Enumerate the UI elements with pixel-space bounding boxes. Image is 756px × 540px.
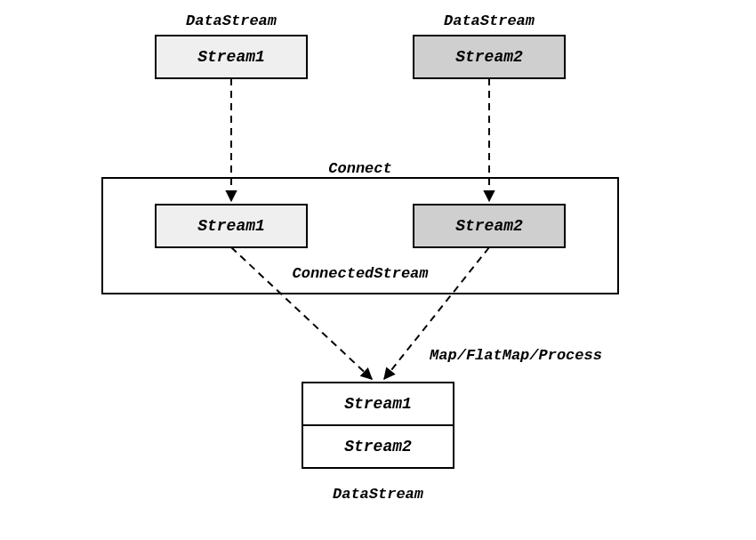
label-connected-stream2: Stream2 bbox=[455, 217, 523, 235]
label-output-stream1: Stream1 bbox=[344, 395, 412, 413]
caption-datastream-right: DataStream bbox=[444, 12, 535, 29]
box-source-stream2: Stream2 bbox=[414, 36, 565, 78]
caption-connect: Connect bbox=[328, 160, 391, 177]
caption-process: Map/FlatMap/Process bbox=[429, 347, 602, 364]
label-output-stream2: Stream2 bbox=[344, 438, 412, 455]
caption-datastream-left: DataStream bbox=[186, 12, 277, 29]
caption-datastream-bottom: DataStream bbox=[333, 486, 424, 503]
label-connected-stream1: Stream1 bbox=[197, 217, 265, 235]
box-output: Stream1 Stream2 bbox=[302, 383, 454, 468]
caption-connectedstream: ConnectedStream bbox=[292, 265, 429, 282]
label-source-stream2: Stream2 bbox=[455, 48, 523, 66]
label-source-stream1: Stream1 bbox=[197, 48, 265, 66]
box-connected-stream2: Stream2 bbox=[414, 205, 565, 247]
box-connected-stream1: Stream1 bbox=[156, 205, 307, 247]
box-source-stream1: Stream1 bbox=[156, 36, 307, 78]
